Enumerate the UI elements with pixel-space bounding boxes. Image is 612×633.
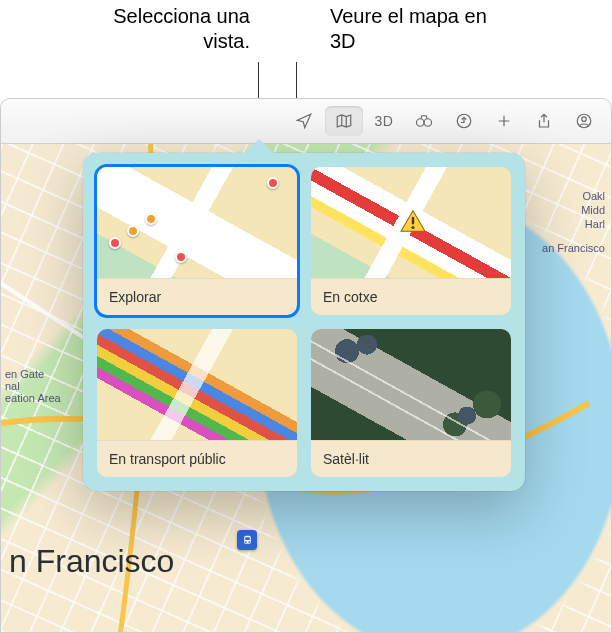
binoculars-icon xyxy=(415,112,433,130)
map-label-oakland: Oakl xyxy=(582,190,605,202)
view-option-transit[interactable]: En transport públic xyxy=(97,329,297,477)
maps-window: 3D en Gate nal eation Area Oakl Midd Har… xyxy=(0,98,612,633)
three-d-label: 3D xyxy=(375,113,394,129)
callout-select-view: Selecciona una vista. xyxy=(70,4,250,54)
city-name-label: n Francisco xyxy=(9,543,174,580)
svg-point-1 xyxy=(424,119,432,127)
poi-dot-icon xyxy=(145,213,157,225)
share-button[interactable] xyxy=(525,106,563,136)
view-option-label: Satèl·lit xyxy=(311,440,511,477)
map-mode-button[interactable] xyxy=(325,106,363,136)
share-icon xyxy=(535,112,553,130)
view-option-explore[interactable]: Explorar xyxy=(97,167,297,315)
window-toolbar: 3D xyxy=(1,99,611,144)
add-button[interactable] xyxy=(485,106,523,136)
poi-dot-icon xyxy=(127,225,139,237)
directions-button[interactable] xyxy=(445,106,483,136)
view-thumb-drive xyxy=(311,167,511,278)
map-label-sf: an Francisco xyxy=(542,242,605,254)
train-icon xyxy=(241,534,254,547)
view-option-satellite[interactable]: Satèl·lit xyxy=(311,329,511,477)
three-d-button[interactable]: 3D xyxy=(365,106,403,136)
svg-point-7 xyxy=(248,541,250,543)
svg-point-10 xyxy=(411,226,414,229)
svg-point-0 xyxy=(417,119,425,127)
svg-rect-8 xyxy=(245,537,249,540)
view-option-label: En transport públic xyxy=(97,440,297,477)
poi-dot-icon xyxy=(109,237,121,249)
map-label-middle: Midd xyxy=(581,204,605,216)
location-arrow-icon xyxy=(295,112,313,130)
poi-dot-icon xyxy=(267,177,279,189)
map-view-popover: Explorar En cotxe En transport públic Sa… xyxy=(83,153,525,491)
annotation-callouts: Selecciona una vista. Veure el mapa en 3… xyxy=(0,0,612,98)
view-option-drive[interactable]: En cotxe xyxy=(311,167,511,315)
map-label-harbor: Harl xyxy=(585,218,605,230)
plus-icon xyxy=(495,112,513,130)
map-icon xyxy=(335,112,353,130)
account-button[interactable] xyxy=(565,106,603,136)
directions-arrow-icon xyxy=(455,112,473,130)
view-thumb-explore xyxy=(97,167,297,278)
svg-point-6 xyxy=(245,541,247,543)
look-around-button[interactable] xyxy=(405,106,443,136)
svg-rect-9 xyxy=(412,217,414,225)
svg-point-4 xyxy=(582,117,587,122)
map-label-golden-gate: en Gate nal eation Area xyxy=(5,368,61,404)
view-thumb-satellite xyxy=(311,329,511,440)
view-option-label: Explorar xyxy=(97,278,297,315)
view-thumb-transit xyxy=(97,329,297,440)
person-circle-icon xyxy=(575,112,593,130)
location-button[interactable] xyxy=(285,106,323,136)
traffic-warning-icon xyxy=(399,209,427,233)
view-option-label: En cotxe xyxy=(311,278,511,315)
callout-view-3d: Veure el mapa en 3D xyxy=(330,4,500,54)
transit-station-marker[interactable] xyxy=(237,530,257,550)
poi-dot-icon xyxy=(175,251,187,263)
